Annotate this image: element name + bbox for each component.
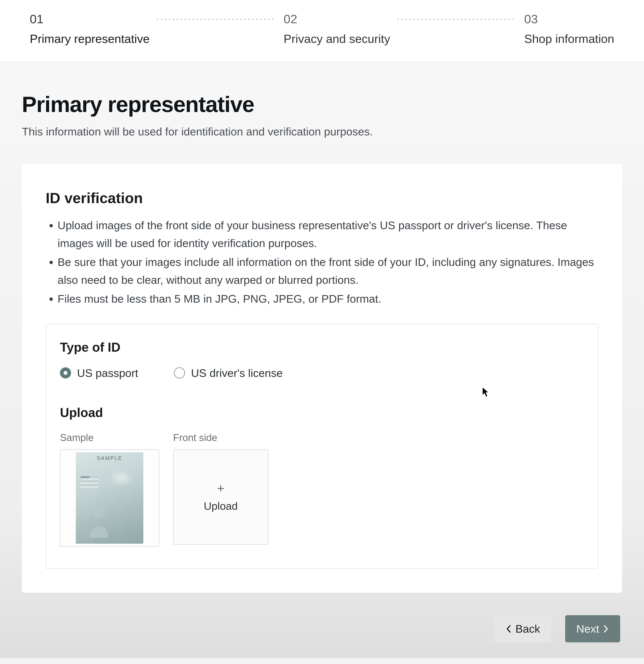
id-verification-card: ID verification Upload images of the fro… — [22, 164, 622, 593]
upload-button-label: Upload — [204, 500, 237, 512]
stepper-divider-2 — [396, 19, 516, 20]
step-1[interactable]: 01 Primary representative — [30, 12, 150, 46]
back-button[interactable]: Back — [494, 615, 551, 642]
bullet-1: Upload images of the front side of your … — [58, 216, 598, 252]
front-side-label: Front side — [173, 432, 268, 443]
upload-section-label: Upload — [60, 405, 584, 420]
back-button-label: Back — [515, 622, 540, 635]
sample-tag: SAMPLE — [76, 452, 143, 461]
page-title: Primary representative — [22, 91, 622, 117]
footer-actions: Back Next — [494, 615, 620, 642]
sample-column: Sample SAMPLE — [60, 432, 159, 547]
upload-row: Sample SAMPLE Front side ＋ Upl — [60, 432, 584, 547]
sample-image-box: SAMPLE — [60, 449, 159, 547]
bullet-3: Files must be less than 5 MB in JPG, PNG… — [58, 290, 598, 308]
radio-us-passport[interactable]: US passport — [60, 367, 138, 379]
sample-portrait-graphic — [84, 498, 113, 538]
step-3-label: Shop information — [524, 32, 614, 46]
type-of-id-label: Type of ID — [60, 340, 584, 355]
id-verification-bullets: Upload images of the front side of your … — [46, 216, 598, 308]
id-verification-title: ID verification — [46, 190, 598, 207]
radio-selected-icon — [60, 367, 71, 378]
id-type-radio-group: US passport US driver's license — [60, 367, 584, 379]
step-3-number: 03 — [524, 12, 542, 26]
stepper-divider-1 — [155, 19, 276, 20]
sample-label: Sample — [60, 432, 159, 443]
step-2-label: Privacy and security — [284, 32, 390, 46]
upload-front-side-button[interactable]: ＋ Upload — [173, 449, 268, 545]
bullet-2: Be sure that your images include all inf… — [58, 253, 598, 289]
step-2[interactable]: 02 Privacy and security — [284, 12, 390, 46]
step-1-label: Primary representative — [30, 32, 150, 46]
step-3[interactable]: 03 Shop information — [524, 12, 614, 46]
step-2-number: 02 — [284, 12, 302, 26]
page-subtitle: This information will be used for identi… — [22, 125, 622, 138]
step-1-number: 01 — [30, 12, 48, 26]
chevron-right-icon — [603, 625, 609, 633]
radio-us-passport-label: US passport — [77, 367, 138, 379]
sample-eagle-graphic — [104, 464, 139, 492]
next-button[interactable]: Next — [565, 615, 620, 642]
id-type-box: Type of ID US passport US driver's licen… — [46, 324, 598, 569]
radio-us-drivers-license[interactable]: US driver's license — [174, 367, 283, 379]
stepper: 01 Primary representative 02 Privacy and… — [0, 0, 644, 62]
sample-flag-graphic — [81, 476, 99, 488]
main-content: Primary representative This information … — [0, 62, 644, 658]
radio-us-drivers-license-label: US driver's license — [191, 367, 283, 379]
front-side-column: Front side ＋ Upload — [173, 432, 268, 547]
next-button-label: Next — [576, 622, 599, 635]
sample-passport-image: SAMPLE — [76, 452, 143, 544]
chevron-left-icon — [505, 625, 512, 633]
radio-unselected-icon — [174, 367, 185, 378]
plus-icon: ＋ — [215, 482, 227, 494]
